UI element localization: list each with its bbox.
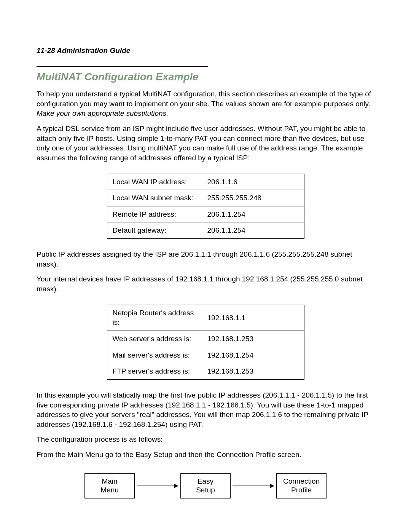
svg-marker-1 bbox=[174, 484, 178, 488]
table-row: Web server's address is: 192.168.1.253 bbox=[107, 331, 304, 347]
flow-box-connection-profile: Connection Profile bbox=[276, 473, 327, 498]
table-cell-value: 206.1.1.254 bbox=[202, 222, 304, 239]
table-cell-label: FTP server's address is: bbox=[107, 363, 202, 380]
paragraph-intro-italic: Make your own appropriate substitutions. bbox=[37, 109, 168, 117]
paragraph-mapping: In this example you will statically map … bbox=[37, 390, 374, 430]
table-row: Remote IP address: 206.1.1.254 bbox=[107, 206, 304, 222]
paragraph-process: The configuration process is as follows: bbox=[37, 435, 374, 444]
paragraph-intro: To help you understand a typical MultiNA… bbox=[37, 89, 374, 118]
paragraph-intro-text: To help you understand a typical MultiNA… bbox=[37, 90, 371, 108]
flow-box-easy-setup: Easy Setup bbox=[180, 473, 231, 498]
arrow-right-icon bbox=[231, 483, 276, 489]
table-cell-value: 206.1.1.6 bbox=[202, 174, 304, 190]
table-row: Default gateway: 206.1.1.254 bbox=[107, 222, 304, 239]
internal-address-table: Netopia Router's address is: 192.168.1.1… bbox=[107, 305, 304, 380]
table-row: Netopia Router's address is: 192.168.1.1 bbox=[107, 305, 304, 331]
isp-address-table: Local WAN IP address: 206.1.1.6 Local WA… bbox=[107, 174, 304, 239]
arrow-right-icon bbox=[135, 483, 180, 489]
flow-box-main-menu: Main Menu bbox=[84, 473, 135, 498]
table-cell-value: 192.168.1.1 bbox=[202, 305, 304, 331]
table-row: Local WAN IP address: 206.1.1.6 bbox=[107, 174, 304, 190]
navigation-flow-diagram: Main Menu Easy Setup Connection Profile bbox=[37, 473, 374, 498]
svg-marker-3 bbox=[270, 484, 274, 488]
table-cell-label: Web server's address is: bbox=[107, 331, 202, 347]
table-cell-value: 192.168.1.253 bbox=[202, 363, 304, 380]
table-row: Local WAN subnet mask: 255.255.255.248 bbox=[107, 190, 304, 206]
table-row: FTP server's address is: 192.168.1.253 bbox=[107, 363, 304, 380]
paragraph-dsl: A typical DSL service from an ISP might … bbox=[37, 124, 374, 163]
table-cell-label: Local WAN subnet mask: bbox=[107, 190, 202, 206]
table-cell-value: 192.168.1.253 bbox=[202, 331, 304, 347]
paragraph-navigation: From the Main Menu go to the Easy Setup … bbox=[37, 450, 374, 460]
table-cell-value: 192.168.1.254 bbox=[202, 347, 304, 363]
table-cell-label: Netopia Router's address is: bbox=[107, 305, 202, 331]
table-cell-label: Default gateway: bbox=[107, 222, 202, 239]
table-cell-label: Local WAN IP address: bbox=[107, 174, 202, 190]
paragraph-public-ip: Public IP addresses assigned by the ISP … bbox=[37, 249, 374, 269]
table-cell-label: Remote IP address: bbox=[107, 206, 202, 222]
paragraph-internal-ip: Your internal devices have IP addresses … bbox=[37, 274, 374, 294]
table-row: Mail server's address is: 192.168.1.254 bbox=[107, 347, 304, 363]
section-divider bbox=[37, 66, 208, 67]
section-title: MultiNAT Configuration Example bbox=[37, 70, 374, 84]
table-cell-value: 206.1.1.254 bbox=[202, 206, 304, 222]
table-cell-value: 255.255.255.248 bbox=[202, 190, 304, 206]
page-header: 11-28 Administration Guide bbox=[37, 46, 374, 56]
table-cell-label: Mail server's address is: bbox=[107, 347, 202, 363]
